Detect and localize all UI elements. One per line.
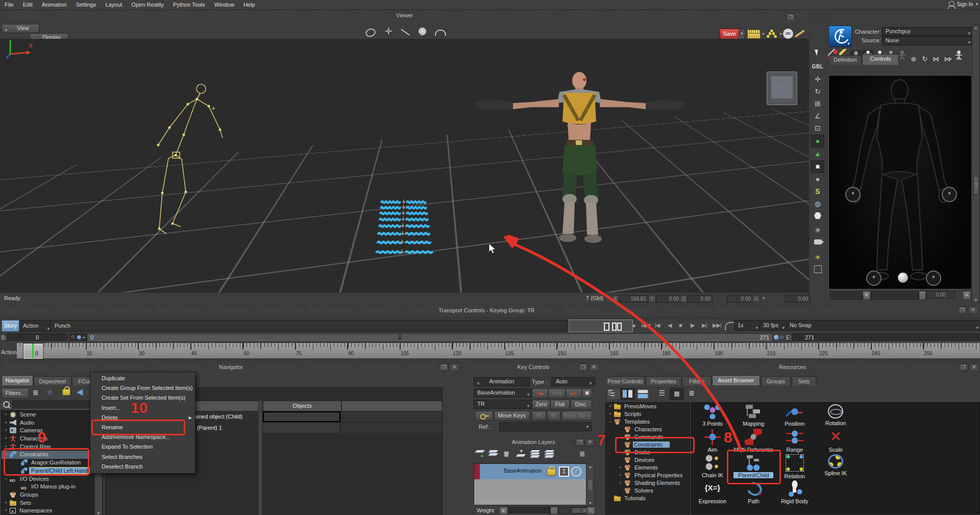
tree-item-label[interactable]: I/O Manus plug-in xyxy=(30,483,77,489)
asset-item[interactable]: 3 Points xyxy=(693,403,732,427)
null-tool-icon[interactable]: ✳ xyxy=(812,225,824,236)
grid-view-icon[interactable]: ▦ xyxy=(670,388,684,400)
tab-sets[interactable]: Sets xyxy=(792,376,816,385)
character-select[interactable]: Punchguy ▼ xyxy=(882,27,974,36)
add-layer-icon[interactable]: + xyxy=(475,450,485,458)
expander[interactable]: + xyxy=(4,428,8,433)
light-create-icon[interactable]: ☀ xyxy=(812,252,824,263)
animation-layers-window-buttons[interactable]: ❐✕ xyxy=(575,438,595,446)
disc-button[interactable]: Disc. xyxy=(571,400,592,409)
go-to-start-button[interactable]: |◀◀ xyxy=(641,320,650,331)
asset-label[interactable]: 3 Points xyxy=(693,421,732,427)
mute-icon[interactable]: ⁄ xyxy=(571,467,581,477)
tree-item[interactable]: Groups xyxy=(2,491,103,499)
duplicate-layer-icon[interactable] xyxy=(488,450,499,458)
tree-item[interactable]: +Characters xyxy=(2,435,103,443)
menu-item[interactable]: Edit xyxy=(18,0,37,9)
manipulator-cone-icon[interactable]: ▲ xyxy=(812,148,824,160)
tree-item[interactable]: +Cameras xyxy=(2,427,103,435)
asset-label[interactable]: Spline IK xyxy=(816,470,855,476)
objects-cell[interactable] xyxy=(263,423,339,433)
detail-view-icon[interactable]: ≣ xyxy=(685,388,698,399)
zoom-tool-icon[interactable] xyxy=(415,26,431,39)
asset-item[interactable]: Range xyxy=(775,429,815,453)
tree-item-label[interactable]: Scripts xyxy=(623,411,643,417)
expander[interactable]: + xyxy=(4,436,8,441)
expander[interactable]: + xyxy=(4,421,8,425)
layer-row-baseanimation[interactable]: BaseAnimation 1 ⁄ xyxy=(474,464,586,479)
resources-window-buttons[interactable]: ❐✕ xyxy=(959,363,979,371)
expander[interactable]: − xyxy=(4,477,8,481)
viewport-3d[interactable]: FRONT xyxy=(0,39,809,292)
slider-value[interactable]: 0.00 xyxy=(926,291,955,299)
select-tool-icon[interactable] xyxy=(812,49,824,61)
fk-button[interactable]: FK xyxy=(532,411,546,421)
key-button[interactable]: K xyxy=(499,507,508,515)
expand-right-hand-button[interactable]: ▼ xyxy=(942,187,957,202)
split-view-icon[interactable] xyxy=(621,388,635,400)
tree-item-label[interactable]: Scene xyxy=(18,411,37,418)
spline-tool-icon[interactable]: S xyxy=(812,186,824,198)
mirror-icon[interactable]: ⋈ xyxy=(932,53,941,65)
asset-label[interactable]: Expression xyxy=(693,498,732,504)
menu-item[interactable]: Window xyxy=(210,0,239,9)
key-controls-window-buttons[interactable]: ❐✕ xyxy=(578,363,599,371)
tab-story[interactable]: Story xyxy=(2,320,19,332)
source-select[interactable]: None ▼ xyxy=(882,36,974,45)
objects-cell-selected[interactable] xyxy=(263,411,340,422)
frame-tool-icon[interactable]: ⊡ xyxy=(812,122,824,134)
expander[interactable] xyxy=(618,457,623,461)
end-frame-field[interactable]: 271 xyxy=(792,333,980,342)
keyframe-path-icon[interactable] xyxy=(766,29,778,38)
slider-ball-icon[interactable] xyxy=(774,335,779,340)
layer-stack2-icon[interactable] xyxy=(545,450,555,458)
mirror-options-icon[interactable]: ⋈▼ xyxy=(943,53,952,65)
asset-tree-item[interactable]: +Shading Elements xyxy=(606,479,690,487)
asset-tree-item[interactable]: Characters xyxy=(606,426,690,433)
layer-scrollbar[interactable]: ▲ ▼ xyxy=(586,464,595,506)
draw-tool-icon[interactable] xyxy=(794,28,805,35)
prev-key-button[interactable]: ◀● xyxy=(532,388,548,398)
delete-key-button[interactable]: ✖ xyxy=(582,388,592,398)
pan-tool-icon[interactable]: ✛ xyxy=(381,26,396,39)
action-mode-select[interactable]: Action▼ xyxy=(19,320,53,332)
menu-item[interactable]: Python Tools xyxy=(168,0,210,9)
expander[interactable]: + xyxy=(608,404,612,409)
skeleton-icon[interactable] xyxy=(897,51,907,63)
tree-item[interactable]: +Sets xyxy=(2,499,103,507)
go-to-end-button[interactable]: ▶▶| xyxy=(713,320,721,331)
layer-list-icon[interactable]: ≣ xyxy=(579,450,590,458)
a-badge[interactable]: A xyxy=(752,295,760,303)
tab-definition[interactable]: Definition xyxy=(829,55,862,65)
layer-stack-icon[interactable] xyxy=(530,450,541,458)
key-button[interactable]: K xyxy=(863,291,871,300)
x-value[interactable]: 166.81 xyxy=(619,295,649,303)
save-button[interactable]: Save xyxy=(720,29,739,40)
list-options-icon[interactable]: ≣ xyxy=(33,388,39,397)
global-mode-label[interactable]: GBL xyxy=(812,61,824,73)
menu-item[interactable]: Help xyxy=(239,0,260,9)
tree-item[interactable]: +Scene xyxy=(2,411,103,419)
menu-item[interactable]: Layout xyxy=(101,0,127,9)
play-button[interactable]: ▶ xyxy=(691,320,694,331)
manipulator-ball-icon[interactable]: ● xyxy=(811,135,824,148)
view-menu-button[interactable]: ▼View xyxy=(2,24,39,33)
tab-pose-controls[interactable]: Pose Controls xyxy=(605,376,645,385)
expander[interactable]: + xyxy=(4,412,8,417)
auto-button[interactable]: A xyxy=(963,291,971,300)
skeleton-plus-icon[interactable] xyxy=(954,51,964,63)
favorites-star-icon[interactable]: ☆ xyxy=(47,388,53,396)
tree-item-label[interactable]: Sets xyxy=(18,500,33,506)
key-button[interactable]: Key xyxy=(548,388,566,398)
delete-layer-icon[interactable] xyxy=(503,450,513,458)
asset-label[interactable]: Rigid Body xyxy=(775,498,815,504)
tree-item-label[interactable]: Tutorials xyxy=(623,495,647,501)
save-options-button[interactable]: ▼ xyxy=(739,29,745,40)
asset-tree-item[interactable]: +Scripts xyxy=(606,410,690,418)
next-key-button[interactable]: ●▶ xyxy=(566,388,582,398)
next-key-button[interactable]: ▶| xyxy=(702,320,706,331)
lock-icon[interactable] xyxy=(62,389,70,396)
key-mode-button[interactable] xyxy=(475,411,493,421)
weight-value[interactable]: 100.00 xyxy=(558,507,590,514)
expander[interactable]: − xyxy=(608,420,612,424)
